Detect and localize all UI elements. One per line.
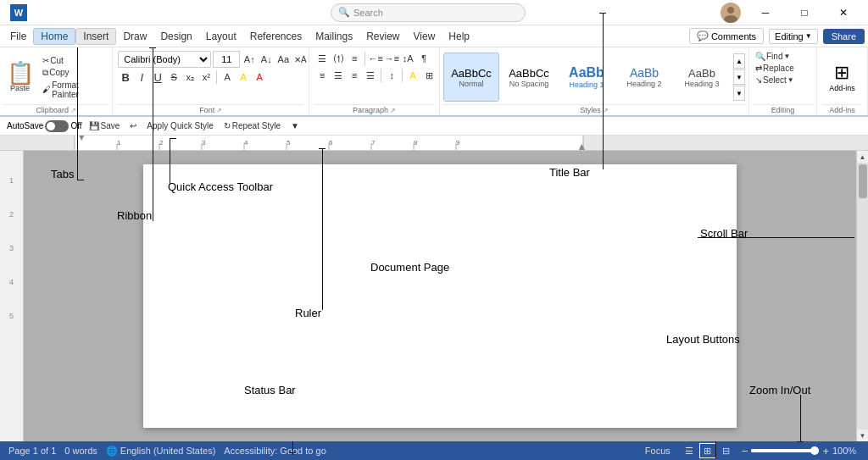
customize-qa-btn[interactable]: ▼ [287, 120, 303, 131]
sort-btn[interactable]: ↕A [400, 51, 415, 66]
menu-design[interactable]: Design [153, 29, 198, 44]
addins-btn[interactable]: ⊞ Add-ins [826, 60, 859, 94]
subscript-btn[interactable]: x₂ [182, 69, 198, 85]
editing-chevron: ▼ [805, 32, 812, 40]
editing-btn[interactable]: Editing ▼ [769, 29, 818, 44]
style-normal[interactable]: AaBbCc Normal [443, 53, 499, 102]
align-left-btn[interactable]: ≡ [314, 68, 330, 83]
replace-btn[interactable]: ⇄ Replace [753, 63, 797, 74]
font-size-input[interactable] [213, 51, 240, 68]
search-icon: 🔍 [338, 7, 350, 18]
scroll-up-btn[interactable]: ▲ [857, 151, 869, 163]
menu-layout[interactable]: Layout [199, 29, 243, 44]
quick-access-toolbar: AutoSave Off 💾 Save ↩ Apply Quick Style … [0, 117, 868, 136]
decrease-indent-btn[interactable]: ←≡ [368, 51, 383, 66]
font-color-btn[interactable]: A [252, 69, 267, 85]
bullets-btn[interactable]: ☰ [314, 51, 330, 66]
style-heading2[interactable]: AaBb Heading 2 [616, 53, 672, 102]
bold-btn[interactable]: B [118, 69, 133, 85]
language-icon: 🌐 [106, 446, 118, 457]
menu-mailings[interactable]: Mailings [309, 29, 359, 44]
clear-format-btn[interactable]: ✕A [292, 52, 308, 67]
change-case-btn[interactable]: Aa [275, 52, 291, 67]
minimize-btn[interactable]: ─ [748, 0, 783, 25]
numbering-btn[interactable]: ⑴ [331, 51, 346, 66]
document-page[interactable] [143, 164, 737, 428]
paragraph-expand[interactable]: ↗ [390, 107, 396, 114]
strikethrough-btn[interactable]: S [166, 69, 181, 85]
zoom-out-btn[interactable]: − [742, 445, 748, 457]
paste-btn[interactable]: 📋 Paste [3, 60, 36, 94]
italic-btn[interactable]: I [134, 69, 149, 85]
repeat-btn[interactable]: ↻ Repeat Style [220, 120, 284, 131]
share-btn[interactable]: Share [823, 29, 865, 44]
justify-btn[interactable]: ☰ [363, 68, 378, 83]
show-hide-btn[interactable]: ¶ [416, 51, 431, 66]
line-spacing-btn[interactable]: ↕ [384, 68, 399, 83]
style-heading2-label: Heading 2 [626, 80, 661, 88]
underline-btn[interactable]: U [150, 69, 165, 85]
menu-review[interactable]: Review [359, 29, 406, 44]
menu-references[interactable]: References [243, 29, 309, 44]
scroll-thumb[interactable] [859, 164, 867, 198]
close-btn[interactable]: ✕ [826, 0, 861, 25]
styles-scroll-down[interactable]: ▼ [733, 69, 745, 85]
align-right-btn[interactable]: ≡ [347, 68, 362, 83]
shading-btn[interactable]: A [405, 68, 420, 83]
styles-expand-btn[interactable]: ▼ [733, 86, 745, 101]
svg-text:3: 3 [202, 139, 206, 147]
comments-icon: 💬 [697, 30, 709, 42]
clipboard-expand[interactable]: ↗ [70, 107, 76, 114]
autosave-toggle[interactable] [45, 120, 69, 132]
copy-btn[interactable]: ⧉ Copy [40, 67, 108, 79]
font-name-select[interactable]: Calibri (Body) [118, 51, 211, 68]
find-btn[interactable]: 🔍 Find ▼ [753, 51, 793, 62]
ruler: 1 2 3 4 5 6 7 8 9 [0, 136, 868, 151]
menu-help[interactable]: Help [442, 29, 476, 44]
format-painter-icon: 🖌 [42, 85, 51, 94]
layout-btn-3[interactable]: ⊟ [718, 443, 735, 458]
zoom-in-btn[interactable]: + [822, 445, 829, 457]
layout-btn-2[interactable]: ⊞ [699, 443, 716, 458]
menu-insert[interactable]: Insert [75, 28, 116, 45]
undo-btn[interactable]: ↩ [126, 120, 140, 131]
comments-btn[interactable]: 💬 Comments [689, 28, 764, 44]
menu-file[interactable]: File [3, 29, 33, 44]
borders-btn[interactable]: ⊞ [421, 68, 437, 83]
multilevel-btn[interactable]: ≡ [347, 51, 362, 66]
menu-draw[interactable]: Draw [116, 29, 153, 44]
styles-expand[interactable]: ↗ [603, 107, 609, 114]
zoom-slider-thumb[interactable] [810, 446, 819, 455]
undo-icon: ↩ [130, 121, 136, 130]
decrease-font-btn[interactable]: A↓ [259, 52, 274, 67]
apply-style-btn[interactable]: Apply Quick Style [143, 120, 216, 131]
increase-indent-btn[interactable]: →≡ [384, 51, 399, 66]
scrollbar: ▲ ▼ [856, 151, 868, 441]
focus-btn[interactable]: Focus [642, 446, 674, 456]
cut-btn[interactable]: ✂ Cut [40, 55, 108, 66]
style-heading3[interactable]: AaBb Heading 3 [674, 53, 730, 102]
search-box[interactable]: 🔍 Search [331, 3, 526, 22]
zoom-slider[interactable] [751, 449, 819, 452]
autosave-toggle-wrap: AutoSave Off [7, 120, 82, 132]
select-btn[interactable]: ↘ Select ▼ [753, 75, 797, 86]
clipboard-label: Clipboard ↗ [3, 104, 108, 115]
styles-scroll-up[interactable]: ▲ [733, 53, 745, 69]
maximize-btn[interactable]: □ [787, 0, 822, 25]
svg-text:6: 6 [329, 139, 333, 147]
style-heading1[interactable]: AaBb Heading 1 [559, 53, 615, 102]
align-center-btn[interactable]: ☰ [331, 68, 346, 83]
text-effects-btn[interactable]: A [220, 69, 235, 85]
font-expand[interactable]: ↗ [216, 107, 222, 114]
menu-view[interactable]: View [407, 29, 442, 44]
superscript-btn[interactable]: x² [198, 69, 214, 85]
style-no-spacing[interactable]: AaBbCc No Spacing [501, 53, 557, 102]
save-btn[interactable]: 💾 Save [86, 120, 124, 131]
scroll-down-btn[interactable]: ▼ [857, 430, 869, 441]
highlight-btn[interactable]: A [236, 69, 251, 85]
menu-home[interactable]: Home [33, 28, 75, 45]
layout-btn-1[interactable]: ☰ [681, 443, 698, 458]
format-painter-btn[interactable]: 🖌 Format Painter [40, 80, 108, 100]
copy-icon: ⧉ [42, 68, 48, 78]
increase-font-btn[interactable]: A↑ [242, 52, 257, 67]
